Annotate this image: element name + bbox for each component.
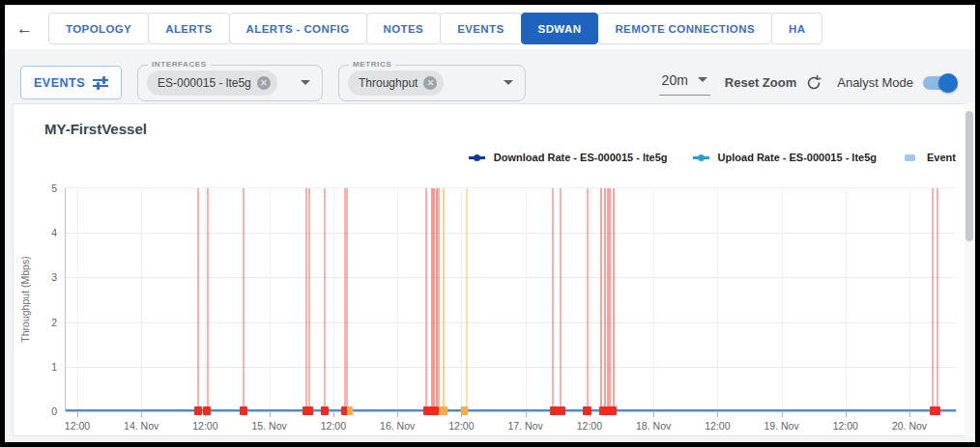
tabs-container: TOPOLOGYALERTSALERTS - CONFIGNOTESEVENTS…	[48, 13, 822, 44]
event-line	[587, 188, 589, 411]
chip-remove-icon[interactable]: ✕	[423, 76, 437, 90]
legend-label: Event	[927, 152, 956, 163]
x-tick-mark	[909, 412, 910, 417]
x-tick-mark	[270, 412, 271, 417]
legend-line-dot-icon	[469, 154, 485, 161]
legend-line-dot-icon	[693, 154, 709, 161]
v-gridline	[270, 188, 271, 411]
event-marker[interactable]	[930, 406, 940, 415]
x-tick-label: 15. Nov	[252, 420, 287, 432]
toolbar-right-group: 20m Reset Zoom Analyst Mode	[659, 70, 962, 96]
v-gridline	[141, 188, 142, 411]
h-gridline	[66, 322, 956, 323]
event-marker[interactable]	[347, 406, 353, 415]
chart-toolbar: EVENTS INTERFACES ES-000015 - lte5g ✕ ME…	[5, 49, 975, 103]
event-marker[interactable]	[423, 406, 439, 415]
event-line	[305, 188, 307, 411]
chart-plot-area[interactable]: 01234512:0014. Nov12:0015. Nov12:0016. N…	[65, 187, 956, 411]
y-tick-label: 2	[51, 317, 66, 328]
event-line	[197, 188, 199, 411]
v-gridline	[909, 188, 910, 411]
metrics-select[interactable]: METRICS Throughput ✕	[338, 65, 526, 101]
refresh-icon[interactable]	[805, 74, 822, 92]
interfaces-select[interactable]: INTERFACES ES-000015 - lte5g ✕	[137, 65, 323, 101]
events-filter-button[interactable]: EVENTS	[20, 66, 122, 99]
x-tick-label: 12:00	[448, 420, 474, 432]
vertical-scrollbar[interactable]	[965, 103, 974, 436]
interface-chip-label: ES-000015 - lte5g	[158, 76, 251, 90]
metric-chip[interactable]: Throughput ✕	[348, 70, 444, 96]
x-tick-label: 14. Nov	[124, 420, 159, 432]
event-marker[interactable]	[240, 406, 247, 415]
x-tick-label: 12:00	[321, 420, 346, 432]
interface-chip[interactable]: ES-000015 - lte5g ✕	[147, 70, 277, 96]
y-tick-label: 1	[51, 361, 66, 373]
v-gridline	[846, 188, 847, 411]
x-tick-label: 12:00	[577, 420, 602, 432]
v-gridline	[782, 188, 783, 411]
legend-item-download-rate-es-000015-lte5g[interactable]: Download Rate - ES-000015 - lte5g	[469, 152, 668, 163]
h-gridline	[66, 277, 956, 278]
event-marker[interactable]	[583, 406, 591, 415]
event-line	[937, 188, 938, 411]
v-gridline	[461, 188, 462, 411]
y-tick-label: 3	[51, 271, 66, 283]
x-tick-label: 12:00	[705, 420, 730, 432]
tab-events[interactable]: EVENTS	[440, 13, 521, 44]
x-tick-label: 12:00	[65, 420, 90, 432]
event-line	[243, 188, 245, 411]
chart-panel: MY-FirstVessel Download Rate - ES-000015…	[13, 103, 967, 436]
legend-label: Upload Rate - ES-000015 - lte5g	[718, 152, 877, 163]
event-marker[interactable]	[599, 406, 617, 415]
event-line	[425, 188, 427, 411]
event-line	[443, 188, 445, 411]
event-marker[interactable]	[303, 406, 313, 415]
event-line	[308, 188, 310, 411]
event-marker[interactable]	[321, 406, 329, 415]
event-line	[324, 188, 326, 411]
legend-item-upload-rate-es-000015-lte5g[interactable]: Upload Rate - ES-000015 - lte5g	[693, 152, 877, 163]
toggle-knob	[938, 73, 958, 93]
tab-ha[interactable]: HA	[771, 13, 822, 44]
x-tick-label: 17. Nov	[508, 420, 543, 432]
v-gridline	[397, 188, 398, 411]
event-line	[466, 188, 468, 411]
back-arrow-icon[interactable]: ←	[16, 19, 33, 39]
chart-title: MY-FirstVessel	[44, 121, 147, 137]
v-gridline	[333, 188, 334, 411]
event-line	[613, 188, 615, 411]
reset-zoom-button[interactable]: Reset Zoom	[725, 74, 822, 92]
event-marker[interactable]	[203, 406, 211, 415]
v-gridline	[526, 188, 527, 411]
event-marker[interactable]	[194, 406, 202, 415]
event-line	[600, 188, 602, 411]
screenshot-viewport: ← TOPOLOGYALERTSALERTS - CONFIGNOTESEVEN…	[0, 0, 980, 447]
tab-alerts-config[interactable]: ALERTS - CONFIG	[229, 13, 367, 44]
event-line	[609, 188, 611, 411]
legend-square-icon	[902, 154, 918, 161]
tab-alerts[interactable]: ALERTS	[148, 13, 229, 44]
y-tick-label: 5	[51, 182, 66, 194]
y-tick-label: 4	[51, 227, 66, 238]
y-axis-title: Throughput (Mbps)	[18, 187, 32, 411]
x-tick-label: 19. Nov	[764, 420, 798, 432]
tab-sdwan[interactable]: SDWAN	[521, 13, 599, 44]
scrollbar-thumb[interactable]	[966, 111, 973, 241]
legend-label: Download Rate - ES-000015 - lte5g	[494, 152, 668, 163]
event-marker[interactable]	[558, 406, 565, 415]
tab-topology[interactable]: TOPOLOGY	[48, 13, 149, 44]
chevron-down-icon	[698, 77, 707, 82]
x-tick-mark	[653, 412, 654, 417]
chevron-down-icon	[301, 80, 310, 85]
legend-item-event[interactable]: Event	[902, 152, 956, 163]
tab-notes[interactable]: NOTES	[366, 13, 442, 44]
event-marker[interactable]	[439, 406, 447, 415]
analyst-mode-toggle[interactable]	[923, 76, 956, 90]
app-window: ← TOPOLOGYALERTSALERTS - CONFIGNOTESEVEN…	[5, 5, 975, 442]
event-marker[interactable]	[461, 406, 468, 415]
v-gridline	[590, 188, 591, 411]
chip-remove-icon[interactable]: ✕	[257, 76, 271, 90]
interval-select[interactable]: 20m	[659, 70, 710, 96]
events-button-label: EVENTS	[34, 76, 85, 90]
tab-remote-connections[interactable]: REMOTE CONNECTIONS	[597, 13, 772, 44]
